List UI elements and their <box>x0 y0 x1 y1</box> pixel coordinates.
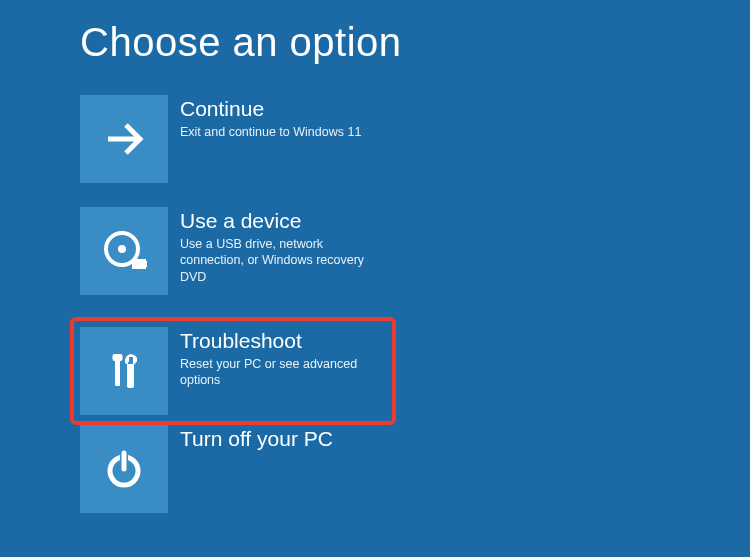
page-title: Choose an option <box>80 20 670 65</box>
highlight-box: Troubleshoot Reset your PC or see advanc… <box>70 317 396 425</box>
tools-icon <box>80 327 168 415</box>
troubleshoot-tile[interactable]: Troubleshoot Reset your PC or see advanc… <box>80 327 390 415</box>
svg-rect-4 <box>143 261 147 267</box>
left-column: Continue Exit and continue to Windows 11… <box>80 95 415 425</box>
troubleshoot-title: Troubleshoot <box>180 329 380 352</box>
continue-text: Continue Exit and continue to Windows 11 <box>168 95 361 140</box>
svg-rect-8 <box>129 364 134 386</box>
svg-rect-6 <box>113 354 123 361</box>
right-column: Turn off your PC <box>80 425 415 537</box>
use-device-text: Use a device Use a USB drive, network co… <box>168 207 380 285</box>
power-icon <box>80 425 168 513</box>
troubleshoot-text: Troubleshoot Reset your PC or see advanc… <box>168 327 380 389</box>
disc-usb-icon <box>80 207 168 295</box>
continue-desc: Exit and continue to Windows 11 <box>180 124 361 140</box>
continue-tile[interactable]: Continue Exit and continue to Windows 11 <box>80 95 390 191</box>
use-device-tile[interactable]: Use a device Use a USB drive, network co… <box>80 207 390 303</box>
turn-off-title: Turn off your PC <box>180 427 333 450</box>
options-grid: Continue Exit and continue to Windows 11… <box>80 95 670 537</box>
continue-title: Continue <box>180 97 361 120</box>
use-device-title: Use a device <box>180 209 380 232</box>
arrow-right-icon <box>80 95 168 183</box>
troubleshoot-desc: Reset your PC or see advanced options <box>180 356 380 389</box>
svg-point-2 <box>118 245 126 253</box>
turn-off-text: Turn off your PC <box>168 425 333 454</box>
use-device-desc: Use a USB drive, network connection, or … <box>180 236 380 285</box>
recovery-options-screen: Choose an option Continue Exit and conti… <box>0 0 750 557</box>
turn-off-tile[interactable]: Turn off your PC <box>80 425 390 521</box>
